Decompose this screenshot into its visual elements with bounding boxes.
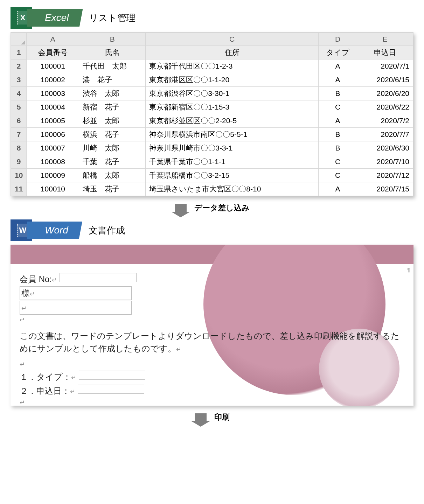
- cell-member-no[interactable]: 100009: [27, 169, 79, 182]
- table-row: 9100008千葉 花子千葉県千葉市〇〇1-1-1C2020/7/10: [11, 155, 413, 169]
- address-field[interactable]: ↵: [20, 301, 132, 314]
- select-all-corner[interactable]: [11, 33, 27, 46]
- arrow-merge: データ差し込み: [11, 203, 413, 213]
- col-B[interactable]: B: [79, 33, 146, 46]
- cell-date[interactable]: 2020/6/30: [357, 141, 413, 155]
- row-num[interactable]: 8: [11, 141, 27, 155]
- cell-member-no[interactable]: 100007: [27, 141, 79, 155]
- cell-address[interactable]: 神奈川県川崎市〇〇3-3-1: [146, 141, 319, 155]
- type-field[interactable]: [79, 371, 145, 380]
- cell-address[interactable]: 神奈川県横浜市南区〇〇5-5-1: [146, 128, 319, 141]
- cell-address[interactable]: 東京都渋谷区〇〇3-30-1: [146, 87, 319, 100]
- row-num[interactable]: 2: [11, 59, 27, 73]
- table-row: 11100010埼玉 花子埼玉県さいたま市大宮区〇〇8-10A2020/7/15: [11, 182, 413, 196]
- word-section-title: 文書作成: [89, 224, 125, 237]
- row-num[interactable]: 4: [11, 87, 27, 100]
- member-no-field[interactable]: [60, 273, 137, 282]
- cell-type[interactable]: C: [319, 169, 357, 182]
- type-label: １．タイプ：: [20, 372, 71, 382]
- cell-name[interactable]: 川崎 太郎: [79, 141, 146, 155]
- table-row: 3100002港 花子東京都港区区〇〇1-1-20A2020/6/15: [11, 73, 413, 87]
- cell-date[interactable]: 2020/6/15: [357, 73, 413, 87]
- row-num[interactable]: 7: [11, 128, 27, 141]
- date-line: ２．申込日：↵: [20, 384, 404, 397]
- cell-name[interactable]: 渋谷 太郎: [79, 87, 146, 100]
- cell-date[interactable]: 2020/7/2: [357, 114, 413, 128]
- cell-name[interactable]: 埼玉 花子: [79, 182, 146, 196]
- cell-member-no[interactable]: 100003: [27, 87, 79, 100]
- row-num[interactable]: 3: [11, 73, 27, 87]
- cell-member-no[interactable]: 100004: [27, 100, 79, 114]
- cell-address[interactable]: 東京都千代田区〇〇1-2-3: [146, 59, 319, 73]
- blank-line-2: ↵: [20, 360, 404, 370]
- doc-body[interactable]: 会員 No:↵ 様↵ ↵ ↵ この文書は、ワードのテンプレートよりダウンロードし…: [11, 264, 413, 406]
- hdr-member-no[interactable]: 会員番号: [27, 46, 79, 59]
- excel-section-title: リスト管理: [89, 12, 135, 24]
- row-num[interactable]: 5: [11, 100, 27, 114]
- cell-date[interactable]: 2020/7/15: [357, 182, 413, 196]
- table-row: 6100005杉並 太郎東京都杉並区区〇〇2-20-5A2020/7/2: [11, 114, 413, 128]
- cell-name[interactable]: 港 花子: [79, 73, 146, 87]
- arrow-print-label: 印刷: [214, 412, 230, 422]
- cell-member-no[interactable]: 100008: [27, 155, 79, 169]
- cell-member-no[interactable]: 100010: [27, 182, 79, 196]
- hdr-date[interactable]: 申込日: [357, 46, 413, 59]
- cell-type[interactable]: B: [319, 87, 357, 100]
- cell-address[interactable]: 埼玉県さいたま市大宮区〇〇8-10: [146, 182, 319, 196]
- cell-date[interactable]: 2020/7/12: [357, 169, 413, 182]
- cell-type[interactable]: C: [319, 155, 357, 169]
- row-num-1[interactable]: 1: [11, 46, 27, 59]
- hdr-type[interactable]: タイプ: [319, 46, 357, 59]
- table-row: 8100007川崎 太郎神奈川県川崎市〇〇3-3-1B2020/6/30: [11, 141, 413, 155]
- member-no-label: 会員 No:: [20, 274, 52, 284]
- cell-type[interactable]: A: [319, 73, 357, 87]
- blank-line-3: ↵: [20, 398, 404, 406]
- cell-member-no[interactable]: 100005: [27, 114, 79, 128]
- col-C[interactable]: C: [146, 33, 319, 46]
- type-line: １．タイプ：↵: [20, 370, 404, 383]
- cell-member-no[interactable]: 100006: [27, 128, 79, 141]
- cell-date[interactable]: 2020/7/1: [357, 59, 413, 73]
- down-arrow-icon: [175, 204, 187, 212]
- cell-address[interactable]: 東京都新宿区〇〇1-15-3: [146, 100, 319, 114]
- col-E[interactable]: E: [357, 33, 413, 46]
- table-row: 7100006横浜 花子神奈川県横浜市南区〇〇5-5-1B2020/7/7: [11, 128, 413, 141]
- cell-member-no[interactable]: 100002: [27, 73, 79, 87]
- cell-address[interactable]: 千葉県千葉市〇〇1-1-1: [146, 155, 319, 169]
- cell-name[interactable]: 千葉 花子: [79, 155, 146, 169]
- hdr-name[interactable]: 氏名: [79, 46, 146, 59]
- col-A[interactable]: A: [27, 33, 79, 46]
- row-num[interactable]: 6: [11, 114, 27, 128]
- cell-type[interactable]: C: [319, 100, 357, 114]
- cell-address[interactable]: 東京都杉並区区〇〇2-20-5: [146, 114, 319, 128]
- blank-line: ↵: [20, 315, 404, 325]
- word-label: Word: [27, 222, 82, 239]
- cell-date[interactable]: 2020/6/20: [357, 87, 413, 100]
- cell-type[interactable]: B: [319, 141, 357, 155]
- cell-address[interactable]: 東京都港区区〇〇1-1-20: [146, 73, 319, 87]
- cell-member-no[interactable]: 100001: [27, 59, 79, 73]
- date-field[interactable]: [78, 385, 144, 394]
- cell-date[interactable]: 2020/7/7: [357, 128, 413, 141]
- members-table: A B C D E 1 会員番号 氏名 住所 タイプ 申込日 2100001千代…: [11, 33, 413, 196]
- cell-name[interactable]: 杉並 太郎: [79, 114, 146, 128]
- row-num[interactable]: 9: [11, 155, 27, 169]
- col-D[interactable]: D: [319, 33, 357, 46]
- hdr-address[interactable]: 住所: [146, 46, 319, 59]
- table-row: 4100003渋谷 太郎東京都渋谷区〇〇3-30-1B2020/6/20: [11, 87, 413, 100]
- cell-address[interactable]: 千葉県船橋市〇〇3-2-15: [146, 169, 319, 182]
- cell-type[interactable]: A: [319, 182, 357, 196]
- cell-date[interactable]: 2020/7/10: [357, 155, 413, 169]
- row-num[interactable]: 11: [11, 182, 27, 196]
- cell-type[interactable]: A: [319, 114, 357, 128]
- row-num[interactable]: 10: [11, 169, 27, 182]
- cell-date[interactable]: 2020/6/22: [357, 100, 413, 114]
- cell-name[interactable]: 千代田 太郎: [79, 59, 146, 73]
- cell-name[interactable]: 横浜 花子: [79, 128, 146, 141]
- cell-type[interactable]: B: [319, 128, 357, 141]
- arrow-merge-label: データ差し込み: [194, 203, 250, 213]
- name-field[interactable]: 様↵: [20, 286, 132, 300]
- cell-name[interactable]: 船橋 太郎: [79, 169, 146, 182]
- cell-type[interactable]: A: [319, 59, 357, 73]
- cell-name[interactable]: 新宿 花子: [79, 100, 146, 114]
